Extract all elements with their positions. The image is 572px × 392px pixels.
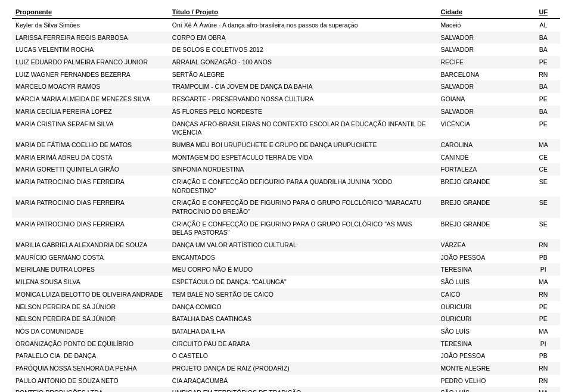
cell-uf: SE bbox=[527, 176, 560, 197]
cell-uf: RN bbox=[527, 239, 560, 251]
cell-proponente: LUCAS VELENTIM ROCHA bbox=[12, 43, 169, 56]
cell-titulo: TEM BALÉ NO SERTÃO DE CAICÓ bbox=[169, 288, 437, 301]
cell-cidade: JOÃO PESSOA bbox=[437, 251, 526, 264]
table-row: ORGANIZAÇÃO PONTO DE EQUILÍBRIOCIRCUITO … bbox=[12, 338, 560, 350]
table-row: MARIA ERIMÁ ABREU DA COSTAMONTAGEM DO ES… bbox=[12, 151, 560, 164]
table-body: Keyler da Silva SimõesOní Xê Á Àwúre - A… bbox=[12, 18, 560, 392]
table-row: MARIA PATROCINIO DIAS FERREIRACRIAÇÃO E … bbox=[12, 197, 560, 217]
cell-cidade: CAROLINA bbox=[437, 139, 526, 151]
cell-proponente: MARIA PATROCINIO DIAS FERREIRA bbox=[12, 218, 169, 239]
cell-proponente: PONTEIO PRODUÇÕES LTDA bbox=[12, 387, 169, 392]
cell-cidade: VICÊNCIA bbox=[437, 118, 526, 139]
main-table: Proponente Título / Projeto Cidade UF Ke… bbox=[12, 6, 560, 392]
cell-cidade: SALVADOR bbox=[437, 80, 526, 93]
cell-proponente: MÁRCIA MARIA ALMEIDA DE MENEZES SILVA bbox=[12, 93, 169, 105]
cell-titulo: TRAMPOLIM - CIA JOVEM DE DANÇA DA BAHIA bbox=[169, 80, 437, 93]
cell-proponente: NELSON PEREIRA DE SÁ JÚNIOR bbox=[12, 313, 169, 325]
table-row: LUIZ WAGNER FERNANDES BEZERRASERTÃO ALEG… bbox=[12, 69, 560, 81]
table-row: MARIA CRISTINA SERAFIM SILVADANÇAS AFRO-… bbox=[12, 118, 560, 139]
cell-proponente: MARIA CRISTINA SERAFIM SILVA bbox=[12, 118, 169, 139]
table-row: MARIA PATROCINIO DIAS FERREIRACRIAÇÃO E … bbox=[12, 176, 560, 197]
table-row: PONTEIO PRODUÇÕES LTDAUMBIGAR EM TERRITÓ… bbox=[12, 387, 560, 392]
cell-proponente: LUIZ EDUARDO PALMEIRA FRANCO JUNIOR bbox=[12, 56, 169, 69]
cell-titulo: BATALHA DAS CAATINGAS bbox=[169, 313, 437, 325]
cell-titulo: CRIAÇÃO E CONFECÇÃO DE FIGURINO PARA O G… bbox=[169, 218, 437, 239]
cell-proponente: PARALELO CIA. DE DANÇA bbox=[12, 350, 169, 362]
cell-uf: PE bbox=[527, 118, 560, 139]
table-row: PARALELO CIA. DE DANÇAO CASTELOJOÃO PESS… bbox=[12, 350, 560, 362]
cell-titulo: DANÇAS AFRO-BRASILEIRAS NO CONTEXTO ESCO… bbox=[169, 118, 437, 139]
cell-proponente: MONICA LUIZA BELOTTO DE OLIVEIRA ANDRADE bbox=[12, 288, 169, 301]
cell-titulo: PROJETO DANÇA DE RAIZ (PRODARIZ) bbox=[169, 362, 437, 375]
cell-titulo: DE SOLOS E COLETIVOS 2012 bbox=[169, 43, 437, 56]
cell-cidade: Maceió bbox=[437, 18, 526, 32]
cell-proponente: NÓS DA COMUNIDADE bbox=[12, 325, 169, 338]
table-row: MARIA CECÍLIA PEREIRA LOPEZAS FLORES PEL… bbox=[12, 105, 560, 118]
cell-proponente: MARIA DE FÁTIMA COELHO DE MATOS bbox=[12, 139, 169, 151]
table-row: MARIA GORETTI QUINTELA GIRÃOSINFONIA NOR… bbox=[12, 163, 560, 176]
cell-uf: RN bbox=[527, 288, 560, 301]
cell-titulo: CRIAÇÃO E CONFECÇÃO DE FIGURINO PARA O G… bbox=[169, 197, 437, 217]
cell-cidade: OURICURI bbox=[437, 301, 526, 313]
cell-cidade: SÃO LUÍS bbox=[437, 387, 526, 392]
table-row: MARILIA GABRIELA ALEXANDRIA DE SOUZADANÇ… bbox=[12, 239, 560, 251]
cell-titulo: SINFONIA NORDESTINA bbox=[169, 163, 437, 176]
cell-titulo: MONTAGEM DO ESPETÁCULO TERRA DE VIDA bbox=[169, 151, 437, 164]
table-row: NÓS DA COMUNIDADEBATALHA DA ILHASÃO LUÍS… bbox=[12, 325, 560, 338]
cell-cidade: BREJO GRANDE bbox=[437, 218, 526, 239]
cell-cidade: SALVADOR bbox=[437, 32, 526, 44]
table-row: NELSON PEREIRA DE SÁ JÚNIORBATALHA DAS C… bbox=[12, 313, 560, 325]
cell-titulo: CORPO EM OBRA bbox=[169, 32, 437, 44]
table-row: MAURÍCIO GERMANO COSTAENCANTADOSJOÃO PES… bbox=[12, 251, 560, 264]
cell-titulo: ENCANTADOS bbox=[169, 251, 437, 264]
table-row: MONICA LUIZA BELOTTO DE OLIVEIRA ANDRADE… bbox=[12, 288, 560, 301]
cell-cidade: PEDRO VELHO bbox=[437, 375, 526, 387]
cell-proponente: MARIA CECÍLIA PEREIRA LOPEZ bbox=[12, 105, 169, 118]
table-row: MILENA SOUSA SILVAESPETÁCULO DE DANÇA: "… bbox=[12, 276, 560, 288]
table-row: MÁRCIA MARIA ALMEIDA DE MENEZES SILVARES… bbox=[12, 93, 560, 105]
cell-uf: PE bbox=[527, 93, 560, 105]
cell-uf: MA bbox=[527, 139, 560, 151]
cell-cidade: MONTE ALEGRE bbox=[437, 362, 526, 375]
cell-uf: PI bbox=[527, 263, 560, 276]
cell-proponente: LARISSA FERREIRA REGIS BARBOSA bbox=[12, 32, 169, 44]
table-row: Keyler da Silva SimõesOní Xê Á Àwúre - A… bbox=[12, 18, 560, 32]
cell-uf: MA bbox=[527, 325, 560, 338]
cell-titulo: CIA ARAÇACUMBÁ bbox=[169, 375, 437, 387]
cell-cidade: SALVADOR bbox=[437, 43, 526, 56]
cell-uf: PE bbox=[527, 313, 560, 325]
cell-cidade: JOÃO PESSOA bbox=[437, 350, 526, 362]
cell-proponente: ORGANIZAÇÃO PONTO DE EQUILÍBRIO bbox=[12, 338, 169, 350]
cell-uf: BA bbox=[527, 105, 560, 118]
table-row: PAULO ANTONIO DE SOUZA NETOCIA ARAÇACUMB… bbox=[12, 375, 560, 387]
header-titulo: Título / Projeto bbox=[169, 6, 437, 18]
cell-cidade: GOIANA bbox=[437, 93, 526, 105]
cell-cidade: CANINDÉ bbox=[437, 151, 526, 164]
cell-cidade: BREJO GRANDE bbox=[437, 197, 526, 217]
cell-titulo: Oní Xê Á Àwúre - A dança afro-brasileira… bbox=[169, 18, 437, 32]
cell-uf: PE bbox=[527, 56, 560, 69]
cell-cidade: RECIFE bbox=[437, 56, 526, 69]
table-row: LUCAS VELENTIM ROCHADE SOLOS E COLETIVOS… bbox=[12, 43, 560, 56]
cell-uf: RN bbox=[527, 375, 560, 387]
cell-proponente: MARCELO MOACYR RAMOS bbox=[12, 80, 169, 93]
cell-cidade: TERESINA bbox=[437, 338, 526, 350]
cell-titulo: CRIAÇÃO E CONFECÇÃO DEFIGURIO PARA A QUA… bbox=[169, 176, 437, 197]
cell-cidade: VÁRZEA bbox=[437, 239, 526, 251]
cell-proponente: MEIRILANE DUTRA LOPES bbox=[12, 263, 169, 276]
cell-uf: SE bbox=[527, 218, 560, 239]
cell-titulo: AS FLORES PELO NORDESTE bbox=[169, 105, 437, 118]
cell-cidade: FORTALEZA bbox=[437, 163, 526, 176]
cell-cidade: SALVADOR bbox=[437, 105, 526, 118]
table-row: LARISSA FERREIRA REGIS BARBOSACORPO EM O… bbox=[12, 32, 560, 44]
table-row: MARIA PATROCINIO DIAS FERREIRACRIAÇÃO E … bbox=[12, 218, 560, 239]
header-uf: UF bbox=[527, 6, 560, 18]
cell-titulo: BUMBA MEU BOI URUPUCHETE E GRUPO DE DANÇ… bbox=[169, 139, 437, 151]
cell-proponente: PAULO ANTONIO DE SOUZA NETO bbox=[12, 375, 169, 387]
cell-proponente: MILENA SOUSA SILVA bbox=[12, 276, 169, 288]
page-container: Proponente Título / Projeto Cidade UF Ke… bbox=[0, 0, 572, 392]
cell-uf: MA bbox=[527, 276, 560, 288]
cell-uf: PE bbox=[527, 301, 560, 313]
cell-uf: CE bbox=[527, 151, 560, 164]
cell-uf: RN bbox=[527, 362, 560, 375]
